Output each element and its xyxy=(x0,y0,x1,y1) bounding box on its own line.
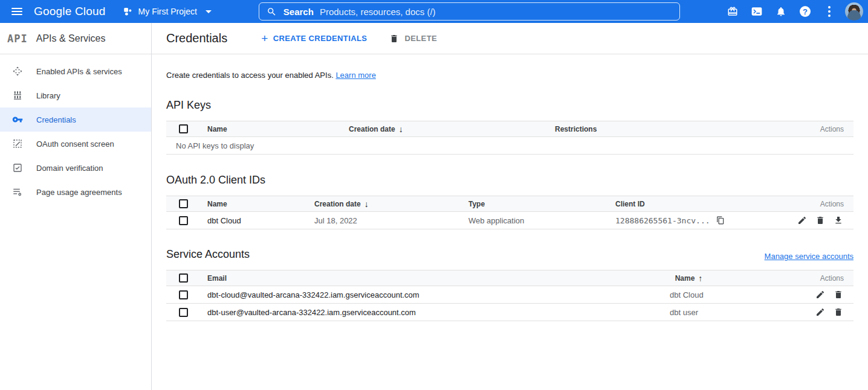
library-icon xyxy=(12,90,23,101)
column-header-creation-date[interactable]: Creation date ↓ xyxy=(349,124,555,134)
sidebar-item-label: Domain verification xyxy=(36,164,103,173)
select-all-checkbox[interactable] xyxy=(179,199,188,208)
table-row: dbt-user@vaulted-arcana-332422.iam.gserv… xyxy=(166,304,853,321)
sidebar-item-credentials[interactable]: Credentials xyxy=(0,107,151,132)
main-content: Credentials + CREATE CREDENTIALS DELETE … xyxy=(152,23,868,390)
select-all-checkbox[interactable] xyxy=(179,124,188,133)
google-cloud-logo: Google Cloud xyxy=(34,5,106,18)
client-creation-date: Jul 18, 2022 xyxy=(314,216,468,225)
project-icon xyxy=(123,6,134,17)
delete-icon[interactable] xyxy=(833,307,844,318)
sidebar-title: APIs & Services xyxy=(36,33,106,44)
sidebar: API APIs & Services Enabled APIs & servi… xyxy=(0,23,152,390)
more-vert-icon[interactable] xyxy=(817,0,841,23)
edit-icon[interactable] xyxy=(815,307,826,318)
api-keys-heading: API Keys xyxy=(166,99,853,112)
search-input[interactable] xyxy=(320,7,672,17)
service-accounts-heading: Service Accounts xyxy=(166,248,250,261)
delete-icon[interactable] xyxy=(815,215,826,226)
plus-icon: + xyxy=(261,33,268,44)
project-selector[interactable]: My First Project xyxy=(119,4,215,19)
page-title: Credentials xyxy=(166,31,227,45)
column-header-email: Email xyxy=(207,274,675,283)
oauth-clients-table: Name Creation date ↓ Type Client ID Acti… xyxy=(166,196,853,229)
copy-icon[interactable] xyxy=(715,215,726,226)
sidebar-item-label: OAuth consent screen xyxy=(36,139,114,149)
cloud-shell-icon[interactable] xyxy=(745,0,769,23)
column-header-actions: Actions xyxy=(820,200,853,208)
domain-verification-icon xyxy=(12,162,23,173)
table-row: dbt-cloud@vaulted-arcana-332422.iam.gser… xyxy=(166,286,853,304)
sort-desc-icon: ↓ xyxy=(364,199,369,209)
intro-text: Create credentials to access your enable… xyxy=(166,71,853,80)
sidebar-item-label: Credentials xyxy=(36,115,76,124)
api-logo: API xyxy=(7,33,28,45)
sidebar-item-domain-verification[interactable]: Domain verification xyxy=(0,156,151,180)
sidebar-item-label: Page usage agreements xyxy=(36,188,122,197)
client-type: Web application xyxy=(468,216,615,225)
page-header: Credentials + CREATE CREDENTIALS DELETE xyxy=(152,23,868,54)
topbar-actions: ? xyxy=(721,0,868,23)
delete-button[interactable]: DELETE xyxy=(389,33,437,44)
edit-icon[interactable] xyxy=(797,215,808,226)
key-icon xyxy=(12,114,23,125)
delete-icon[interactable] xyxy=(833,289,844,300)
gift-icon[interactable] xyxy=(721,0,745,23)
sidebar-item-label: Enabled APIs & services xyxy=(36,67,122,76)
service-accounts-header-row: Email Name ↑ Actions xyxy=(166,270,853,286)
column-header-name[interactable]: Name ↑ xyxy=(675,273,820,283)
api-keys-table: Name Creation date ↓ Restrictions Action… xyxy=(166,121,853,155)
enabled-apis-icon xyxy=(12,66,23,77)
avatar[interactable] xyxy=(845,2,863,21)
oauth-consent-icon xyxy=(12,138,23,149)
download-icon[interactable] xyxy=(833,215,844,226)
row-checkbox[interactable] xyxy=(179,290,188,299)
create-credentials-button[interactable]: + CREATE CREDENTIALS xyxy=(261,33,367,44)
service-accounts-table: Email Name ↑ Actions dbt-cloud@vaulted-a… xyxy=(166,270,853,321)
search-label: Search xyxy=(283,7,314,17)
trash-icon xyxy=(389,33,400,44)
table-row: dbt Cloud Jul 18, 2022 Web application 1… xyxy=(166,212,853,229)
api-keys-empty-message: No API keys to display xyxy=(166,137,853,155)
sidebar-item-page-usage[interactable]: Page usage agreements xyxy=(0,180,151,204)
column-header-actions: Actions xyxy=(820,125,853,133)
sidebar-item-oauth-consent[interactable]: OAuth consent screen xyxy=(0,132,151,156)
client-name: dbt Cloud xyxy=(207,216,314,225)
column-header-client-id: Client ID xyxy=(615,200,820,208)
page-usage-agreements-icon xyxy=(12,187,23,197)
column-header-restrictions: Restrictions xyxy=(555,125,820,133)
column-header-actions: Actions xyxy=(820,274,853,283)
chevron-down-icon xyxy=(206,10,212,13)
sidebar-item-label: Library xyxy=(36,91,60,100)
sort-asc-icon: ↑ xyxy=(698,273,702,283)
select-all-checkbox[interactable] xyxy=(179,273,188,283)
help-icon[interactable]: ? xyxy=(793,0,817,23)
column-header-type: Type xyxy=(468,200,615,208)
learn-more-link[interactable]: Learn more xyxy=(335,71,375,80)
project-name: My First Project xyxy=(138,7,197,16)
client-id-value: 128886265561-3ncv... xyxy=(615,216,710,225)
column-header-creation-date[interactable]: Creation date ↓ xyxy=(314,199,468,209)
oauth-clients-heading: OAuth 2.0 Client IDs xyxy=(166,174,853,187)
api-keys-header-row: Name Creation date ↓ Restrictions Action… xyxy=(166,121,853,137)
notifications-bell-icon[interactable] xyxy=(769,0,793,23)
sidebar-header: API APIs & Services xyxy=(0,23,151,54)
top-app-bar: Google Cloud My First Project Search xyxy=(0,0,868,23)
search-icon xyxy=(267,6,277,17)
edit-icon[interactable] xyxy=(815,289,826,300)
oauth-header-row: Name Creation date ↓ Type Client ID Acti… xyxy=(166,196,853,212)
column-header-name: Name xyxy=(207,200,314,208)
sidebar-item-library[interactable]: Library xyxy=(0,83,151,107)
service-account-name: dbt Cloud xyxy=(670,290,815,299)
menu-icon[interactable] xyxy=(0,0,34,23)
search-bar[interactable]: Search xyxy=(259,2,680,21)
sort-desc-icon: ↓ xyxy=(399,124,403,134)
service-account-email: dbt-cloud@vaulted-arcana-332422.iam.gser… xyxy=(207,290,670,299)
manage-service-accounts-link[interactable]: Manage service accounts xyxy=(765,252,853,261)
service-account-name: dbt user xyxy=(670,308,815,317)
sidebar-item-enabled-apis[interactable]: Enabled APIs & services xyxy=(0,59,151,83)
row-checkbox[interactable] xyxy=(179,216,188,225)
service-account-email: dbt-user@vaulted-arcana-332422.iam.gserv… xyxy=(207,308,670,317)
row-checkbox[interactable] xyxy=(179,308,188,317)
column-header-name: Name xyxy=(207,125,349,133)
